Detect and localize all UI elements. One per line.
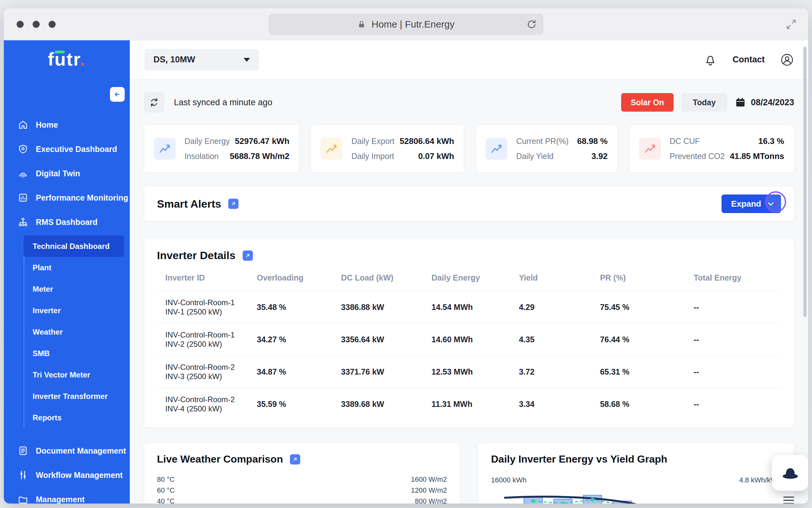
line-chart-icon	[154, 138, 176, 160]
today-button[interactable]: Today	[681, 93, 727, 112]
cell-yield: 3.34	[519, 388, 600, 420]
sidebar-subitem-weather[interactable]: Weather	[23, 321, 124, 343]
sidebar-item-management[interactable]: Management	[4, 487, 130, 504]
cell-overloading: 34.27 %	[257, 324, 341, 356]
sidebar-item-digital-twin[interactable]: Digital Twin	[4, 161, 130, 185]
sidebar: futr. Home Executive Dashboard	[4, 40, 130, 504]
external-link-icon[interactable]	[290, 454, 300, 465]
main-content: DS, 10MW Contact	[130, 40, 808, 504]
weather-chart: 80 °C 60 °C 40 °C 1600 W/m2	[157, 476, 447, 504]
cell-inverter-id: INV-Control-Room-2INV-3 (2500 kW)	[157, 356, 257, 388]
folder-icon	[18, 494, 28, 504]
cell-dc-load: 3371.76 kW	[341, 356, 432, 388]
scrollbar[interactable]	[803, 47, 807, 317]
dashboard-content: Last synced a minute ago Solar On Today …	[130, 79, 808, 504]
app-header: DS, 10MW Contact	[130, 40, 808, 79]
cell-dc-load: 3386.88 kW	[341, 291, 432, 324]
sidebar-subitem-inverter[interactable]: Inverter	[23, 300, 124, 321]
kpi-label: DC CUF	[670, 137, 753, 146]
sidebar-item-label: Document Management	[36, 446, 126, 456]
sidebar-item-label: Workflow Management	[36, 471, 123, 480]
signal-arcs-icon	[18, 168, 28, 178]
expand-button-label: Expand	[731, 199, 761, 209]
close-window-button[interactable]	[17, 21, 23, 28]
col-inverter-id: Inverter ID	[157, 270, 257, 291]
sidebar-item-workflow-management[interactable]: Workflow Management	[4, 463, 130, 487]
minimize-window-button[interactable]	[33, 21, 40, 28]
kpi-label: Daily Energy	[185, 137, 230, 146]
inverter-id-line2: INV-4 (2500 kW)	[165, 404, 257, 413]
sidebar-collapse-button[interactable]	[110, 87, 125, 102]
kpi-value: 16.3 %	[758, 136, 784, 146]
kpi-label: Prevented CO2	[670, 152, 725, 161]
sidebar-bottom-group: Document Management Workflow Management …	[4, 438, 130, 504]
zoom-window-button[interactable]	[49, 21, 56, 28]
sidebar-item-executive-dashboard[interactable]: Executive Dashboard	[4, 137, 130, 161]
kpi-card: Current PR(%)68.98 % Daily Yield3.92	[476, 125, 618, 173]
kpi-label: Daily Export	[351, 137, 394, 146]
line-chart-icon	[639, 138, 661, 160]
sidebar-subitem-reports[interactable]: Reports	[23, 407, 124, 428]
col-yield: Yield	[519, 270, 600, 291]
last-synced-text: Last synced a minute ago	[174, 97, 272, 108]
menu-hamburger-icon[interactable]	[783, 497, 794, 504]
inverter-id-line2: INV-3 (2500 kW)	[165, 372, 257, 381]
sidebar-subitem-meter[interactable]: Meter	[23, 278, 124, 300]
sidebar-subitem-tri-vector-meter[interactable]: Tri Vector Meter	[23, 364, 124, 385]
chevron-down-icon	[244, 58, 250, 62]
kpi-value: 52806.64 kWh	[399, 136, 454, 146]
sidebar-subitem-plant[interactable]: Plant	[23, 257, 124, 278]
fullscreen-icon[interactable]	[786, 19, 797, 30]
kpi-value: 3.92	[591, 151, 608, 161]
kpi-value: 68.98 %	[577, 136, 607, 146]
date-picker[interactable]: 08/24/2023	[735, 97, 794, 108]
kpi-label: Insolation	[185, 152, 225, 161]
external-link-icon[interactable]	[243, 251, 253, 261]
reload-icon[interactable]	[526, 19, 537, 30]
external-link-icon[interactable]	[228, 199, 238, 209]
contact-link[interactable]: Contact	[733, 55, 765, 65]
cell-pr: 76.44 %	[600, 324, 694, 356]
sidebar-subitem-technical-dashboard[interactable]: Technical Dashboard	[23, 236, 124, 257]
document-icon	[18, 446, 28, 456]
cell-pr: 75.45 %	[600, 291, 694, 324]
table-header-row: Inverter ID Overloading DC Load (kW) Dai…	[157, 270, 781, 291]
plant-selector-dropdown[interactable]: DS, 10MW	[144, 49, 259, 71]
axis-tick: 40 °C	[157, 498, 175, 504]
bar-chart-icon	[18, 193, 28, 203]
axis-tick: 60 °C	[157, 487, 175, 494]
home-icon	[18, 120, 28, 130]
chat-widget-button[interactable]	[772, 455, 808, 491]
col-total-energy: Total Energy	[694, 270, 781, 291]
subitem-label: Weather	[33, 328, 63, 337]
cell-overloading: 35.48 %	[257, 291, 341, 324]
user-avatar-icon[interactable]	[781, 53, 794, 66]
table-row: INV-Control-Room-2INV-4 (2500 kW) 35.59 …	[157, 388, 781, 420]
axis-tick: 80 °C	[157, 476, 175, 483]
inverter-table: Inverter ID Overloading DC Load (kW) Dai…	[157, 270, 781, 420]
logo: futr.	[4, 40, 130, 78]
browser-titlebar: Home | Futr.Energy	[4, 8, 808, 40]
notifications-bell-icon[interactable]	[704, 53, 717, 66]
kpi-card: Daily Energy52976.47 kWh Insolation5688.…	[144, 125, 299, 173]
lock-icon	[357, 19, 366, 29]
kpi-card: Daily Export52806.64 kWh Daily Import0.0…	[311, 125, 464, 173]
subitem-label: Plant	[33, 263, 51, 272]
solar-on-badge[interactable]: Solar On	[621, 93, 674, 112]
inverter-id-line2: INV-2 (2500 kW)	[165, 339, 257, 349]
sidebar-item-home[interactable]: Home	[4, 113, 130, 137]
sidebar-subitem-inverter-transformer[interactable]: Inverter Transformer	[23, 385, 124, 407]
col-dc-load: DC Load (kW)	[341, 270, 432, 291]
inverter-details-card: Inverter Details Inverter ID Overloading…	[144, 238, 794, 428]
cell-total-energy: --	[694, 388, 781, 420]
subitem-label: Technical Dashboard	[33, 242, 110, 251]
sidebar-subitem-smb[interactable]: SMB	[23, 343, 124, 364]
weather-right-axis: 1600 W/m2 1200 W/m2 800 W/m2	[411, 476, 447, 504]
kpi-label: Current PR(%)	[516, 137, 572, 146]
sidebar-item-performance-monitoring[interactable]: Performance Monitoring	[4, 185, 130, 210]
col-daily-energy: Daily Energy	[432, 270, 519, 291]
refresh-sync-button[interactable]	[144, 92, 164, 113]
sidebar-item-document-management[interactable]: Document Management	[4, 438, 130, 463]
sidebar-item-rms-dashboard[interactable]: RMS Dashboard	[4, 210, 130, 234]
address-bar[interactable]: Home | Futr.Energy	[269, 14, 543, 35]
